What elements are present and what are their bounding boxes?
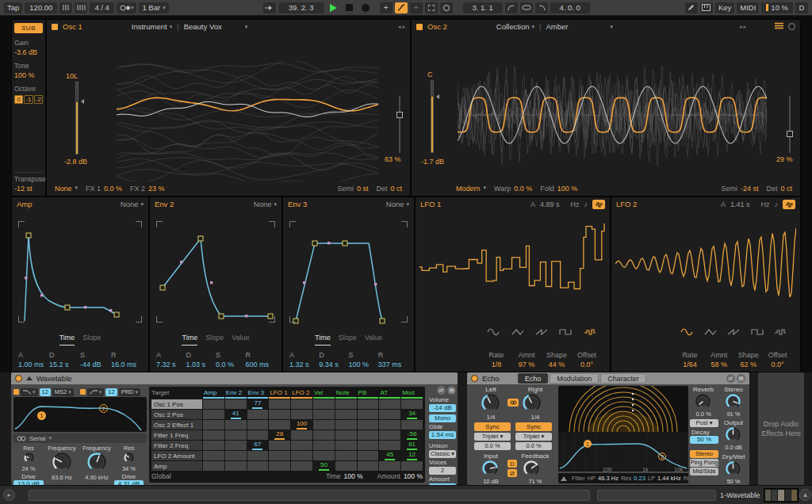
automation-arm-button[interactable]	[395, 2, 408, 13]
attack-value[interactable]: 1.32 s	[289, 361, 319, 368]
matrix-cell[interactable]	[358, 420, 379, 430]
draw-mode-button[interactable]	[685, 2, 698, 13]
octave-minus1-button[interactable]: -1	[24, 95, 33, 104]
osc2-position-value[interactable]: 29 %	[776, 155, 793, 163]
stereo-width-knob[interactable]	[725, 393, 741, 411]
matrix-cell[interactable]	[358, 461, 379, 471]
time-signature-field[interactable]: 4 / 4	[90, 2, 114, 13]
amp-envelope-plot[interactable]	[15, 212, 145, 332]
matrix-cell[interactable]	[203, 399, 224, 409]
filter1-enable-checkbox[interactable]	[13, 389, 19, 395]
nudge-down-button[interactable]	[59, 2, 72, 13]
decay-value[interactable]: 9.34 s	[319, 361, 348, 368]
matrix-cell[interactable]	[401, 399, 423, 409]
mono-button[interactable]: Mono	[429, 414, 456, 422]
matrix-cell[interactable]	[358, 441, 379, 450]
matrix-target-row[interactable]: Osc 2 Effect 1	[151, 420, 202, 430]
matrix-cell[interactable]	[291, 430, 312, 440]
matrix-cell[interactable]: 28	[269, 430, 290, 440]
matrix-cell[interactable]	[203, 410, 224, 419]
matrix-cell[interactable]	[247, 451, 269, 460]
tempo-field[interactable]: 120.00	[25, 2, 57, 13]
square-wave-icon[interactable]	[751, 327, 764, 338]
offset-value[interactable]: 0.0°	[572, 361, 602, 368]
feedback-value[interactable]: 71 %	[517, 478, 553, 485]
output-value[interactable]: 0.0 dB	[720, 444, 747, 451]
matrix-cell[interactable]	[269, 410, 290, 419]
osc1-enable-checkbox[interactable]	[52, 24, 58, 30]
lfo1-waveform[interactable]	[419, 215, 606, 326]
decay-value[interactable]: 1.03 s	[186, 361, 216, 368]
matrix-cell[interactable]	[358, 430, 379, 440]
matrix-cell[interactable]	[313, 441, 335, 450]
matrix-cell[interactable]	[291, 451, 312, 460]
echo-tunnel-display[interactable]	[558, 386, 688, 432]
matrix-cell[interactable]	[225, 441, 247, 450]
gain-value[interactable]: -3.6 dB	[14, 48, 43, 56]
matrix-cell[interactable]	[291, 461, 312, 471]
matrix-cell[interactable]	[225, 399, 247, 409]
matrix-cell[interactable]	[291, 441, 312, 450]
matrix-cell[interactable]	[269, 399, 290, 409]
frequency-value[interactable]: 4.90 kHz	[80, 474, 113, 481]
osc2-gain-value[interactable]: -1.7 dB	[421, 158, 444, 166]
matrix-cell[interactable]	[379, 410, 400, 419]
input-value[interactable]: 10 dB	[473, 478, 509, 485]
lfo-retrigger-button[interactable]	[783, 200, 795, 209]
matrix-target-row[interactable]: Osc 2 Pos	[151, 410, 202, 419]
voices-field[interactable]: 2	[429, 467, 456, 475]
stereo-link-button[interactable]	[508, 399, 519, 407]
osc1-semi[interactable]: Semi0 st	[337, 185, 368, 193]
play-button[interactable]	[330, 4, 337, 12]
matrix-cell[interactable]	[335, 420, 357, 430]
osc1-position-slider[interactable]	[399, 96, 400, 153]
osc1-wavetable-select[interactable]: Beauty Vox▾	[184, 22, 248, 31]
key-map-button[interactable]: Key	[715, 2, 734, 13]
right-delay-value[interactable]: 1/4	[517, 414, 553, 421]
filter1-shape-select[interactable]: ▾	[21, 388, 38, 396]
sustain-value[interactable]: 0.0 %	[216, 361, 246, 368]
right-offset-field[interactable]: 0.0 %	[515, 442, 552, 450]
filter-curve-display[interactable]: 1 2	[13, 397, 147, 432]
record-button[interactable]	[362, 4, 370, 12]
note-sync-toggle[interactable]: ♪	[775, 200, 779, 208]
matrix-cell[interactable]: 100	[291, 420, 312, 430]
osc1-nav-arrows[interactable]: ◂ ▸	[398, 24, 405, 30]
osc2-wavetable-select[interactable]: Amber▾	[546, 22, 614, 31]
osc1-position-value[interactable]: 63 %	[385, 155, 401, 163]
env-mod-select[interactable]: None▾	[121, 200, 144, 208]
overdub-button[interactable]: +	[380, 2, 393, 13]
matrix-cell[interactable]: 41	[225, 410, 247, 419]
matrix-cell[interactable]	[335, 399, 357, 409]
matrix-cell[interactable]	[247, 430, 269, 440]
left-sync-mode-select[interactable]: Triplet ▾	[474, 433, 511, 441]
res-value[interactable]: 34 %	[114, 465, 144, 472]
left-offset-field[interactable]: 0.0 %	[474, 442, 511, 450]
sustain-value[interactable]: -44 dB	[80, 361, 111, 368]
rate-value[interactable]: 1/64	[675, 361, 704, 368]
osc2-wavetable-visualization[interactable]	[458, 50, 767, 181]
glide-field[interactable]: 1.54 ms	[429, 431, 456, 439]
tab-slope[interactable]: Slope	[339, 334, 357, 346]
lfo-retrigger-button[interactable]	[592, 200, 605, 209]
osc1-fx1[interactable]: FX 10.0 %	[86, 185, 122, 193]
filter1-type-select[interactable]: MS2▾	[52, 388, 74, 396]
osc2-warp[interactable]: Warp0.0 %	[494, 185, 532, 193]
attack-value[interactable]: 7.32 s	[156, 361, 186, 368]
shape-value[interactable]: 44 %	[542, 361, 572, 368]
frequency-value[interactable]: 83.6 Hz	[45, 474, 79, 481]
osc2-effect-mode-select[interactable]: Modern▾	[456, 185, 486, 193]
loop-start-field[interactable]: 3. 1. 1	[463, 2, 503, 13]
arrangement-position-field[interactable]: 39. 2. 3	[278, 2, 324, 13]
hp-value[interactable]: 46.3 Hz	[598, 475, 619, 482]
matrix-cell[interactable]	[203, 461, 224, 471]
release-value[interactable]: 16.0 ms	[111, 361, 142, 368]
random-wave-icon[interactable]	[774, 327, 787, 338]
matrix-cell[interactable]	[203, 451, 224, 460]
lfo-attack-value[interactable]: 1.41 s	[730, 200, 750, 208]
amount-value[interactable]: 58 %	[704, 361, 733, 368]
matrix-target-row[interactable]: Amp	[151, 461, 202, 471]
matrix-cell[interactable]	[379, 399, 400, 409]
filter1-slope-button[interactable]: 12	[40, 388, 51, 396]
mid-side-mode-button[interactable]: Mid/Side	[690, 468, 718, 475]
